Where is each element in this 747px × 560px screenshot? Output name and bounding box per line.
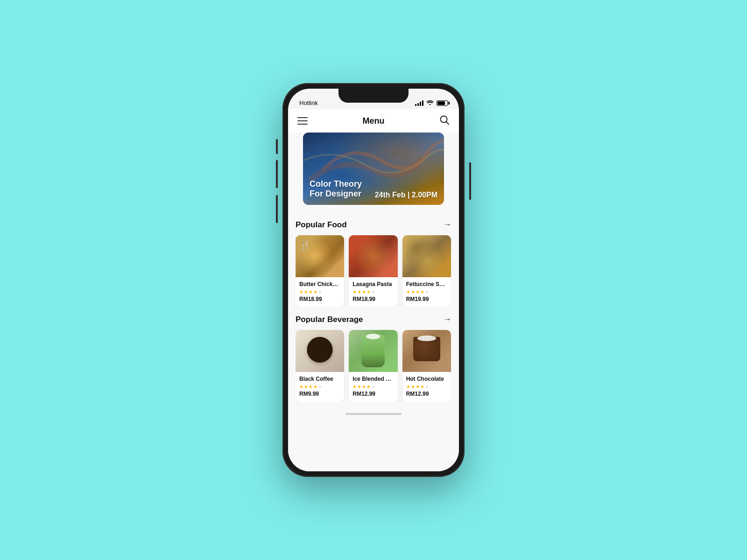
beverage-stars-hot-chocolate: ★ ★ ★ ★ ★ bbox=[406, 384, 447, 389]
popular-beverage-title: Popular Beverage bbox=[296, 315, 363, 324]
beverage-info-hot-chocolate: Hot Chocolate ★ ★ ★ ★ ★ RM12.99 bbox=[402, 372, 451, 402]
banner-date: 24th Feb | 2.00PM bbox=[375, 191, 437, 199]
food-price-fettuccine: RM19.99 bbox=[406, 296, 447, 302]
beverage-name-hot-chocolate: Hot Chocolate bbox=[406, 376, 447, 382]
beverage-price-hot-chocolate: RM12.99 bbox=[406, 391, 447, 397]
beverage-item-hot-chocolate[interactable]: Hot Chocolate ★ ★ ★ ★ ★ RM12.99 bbox=[402, 330, 451, 402]
beverage-info-black-coffee: Black Coffee ★ ★ ★ ★ ★ RM9.99 bbox=[296, 372, 344, 402]
search-button[interactable] bbox=[439, 115, 450, 127]
popular-beverage-header: Popular Beverage → bbox=[296, 315, 451, 324]
hamburger-menu-button[interactable] bbox=[297, 117, 308, 125]
home-indicator bbox=[288, 409, 459, 422]
food-item-butter-chicken[interactable]: 🍴 Butter Chicken... ★ ★ ★ ★ ★ RM18. bbox=[296, 235, 344, 307]
food-stars-fettuccine: ★ ★ ★ ★ ★ bbox=[406, 289, 447, 294]
food-item-fettuccine[interactable]: Fettuccine Shri... ★ ★ ★ ★ ★ RM19.99 bbox=[402, 235, 451, 307]
phone-screen: Hotlink bbox=[288, 89, 459, 471]
beverage-image-hot-chocolate bbox=[402, 330, 451, 372]
home-indicator-bar bbox=[345, 413, 402, 415]
popular-food-arrow[interactable]: → bbox=[443, 220, 451, 230]
banner-title: Color TheoryFor Designer bbox=[310, 179, 362, 199]
beverage-stars-matcha: ★ ★ ★ ★ ★ bbox=[352, 384, 394, 389]
carrier-label: Hotlink bbox=[299, 99, 318, 106]
fork-icon: 🍴 bbox=[299, 240, 311, 251]
food-info-fettuccine: Fettuccine Shri... ★ ★ ★ ★ ★ RM19.99 bbox=[402, 277, 451, 307]
food-stars-butter-chicken: ★ ★ ★ ★ ★ bbox=[299, 289, 340, 294]
popular-food-title: Popular Food bbox=[296, 220, 347, 230]
beverage-price-black-coffee: RM9.99 bbox=[299, 391, 340, 397]
popular-food-header: Popular Food → bbox=[296, 220, 451, 230]
beverage-name-matcha: Ice Blended Mat... bbox=[352, 376, 394, 382]
beverage-name-black-coffee: Black Coffee bbox=[299, 376, 340, 382]
beverage-item-matcha[interactable]: Ice Blended Mat... ★ ★ ★ ★ ★ RM12.99 bbox=[349, 330, 397, 402]
phone-frame: Hotlink bbox=[282, 83, 465, 477]
food-price-lasagna: RM18.99 bbox=[352, 296, 394, 302]
app-header: Menu bbox=[288, 109, 459, 133]
food-image-butter-chicken: 🍴 bbox=[296, 235, 344, 277]
popular-beverage-list: Black Coffee ★ ★ ★ ★ ★ RM9.99 bbox=[296, 330, 451, 402]
app-content[interactable]: Menu bbox=[288, 109, 459, 471]
food-stars-lasagna: ★ ★ ★ ★ ★ bbox=[352, 289, 394, 294]
beverage-info-matcha: Ice Blended Mat... ★ ★ ★ ★ ★ RM12.99 bbox=[349, 372, 397, 402]
popular-food-list: 🍴 Butter Chicken... ★ ★ ★ ★ ★ RM18. bbox=[296, 235, 451, 307]
food-image-fettuccine bbox=[402, 235, 451, 277]
popular-beverage-arrow[interactable]: → bbox=[443, 315, 451, 324]
status-icons bbox=[415, 99, 448, 106]
wifi-icon bbox=[426, 99, 434, 106]
promo-banner[interactable]: Color TheoryFor Designer 24th Feb | 2.00… bbox=[303, 133, 444, 205]
food-price-butter-chicken: RM18.99 bbox=[299, 296, 340, 302]
food-name-fettuccine: Fettuccine Shri... bbox=[406, 281, 447, 287]
food-info-lasagna: Lasagna Pasta ★ ★ ★ ★ ★ RM18.99 bbox=[349, 277, 397, 307]
beverage-price-matcha: RM12.99 bbox=[352, 391, 394, 397]
banner-text: Color TheoryFor Designer 24th Feb | 2.00… bbox=[310, 179, 437, 199]
signal-icon bbox=[415, 100, 423, 106]
food-info-butter-chicken: Butter Chicken... ★ ★ ★ ★ ★ RM18.99 bbox=[296, 277, 344, 307]
notch bbox=[338, 89, 409, 103]
beverage-image-black-coffee bbox=[296, 330, 344, 372]
food-image-lasagna bbox=[349, 235, 397, 277]
food-item-lasagna[interactable]: Lasagna Pasta ★ ★ ★ ★ ★ RM18.99 bbox=[349, 235, 397, 307]
beverage-stars-black-coffee: ★ ★ ★ ★ ★ bbox=[299, 384, 340, 389]
food-name-butter-chicken: Butter Chicken... bbox=[299, 281, 340, 287]
food-name-lasagna: Lasagna Pasta bbox=[352, 281, 394, 287]
beverage-item-black-coffee[interactable]: Black Coffee ★ ★ ★ ★ ★ RM9.99 bbox=[296, 330, 344, 402]
beverage-image-matcha bbox=[349, 330, 397, 372]
page-title: Menu bbox=[363, 116, 385, 126]
battery-icon bbox=[437, 100, 448, 106]
popular-food-section: Popular Food → 🍴 Butter Chicken... ★ bbox=[288, 220, 459, 315]
popular-beverage-section: Popular Beverage → Black Coffee ★ ★ ★ bbox=[288, 315, 459, 409]
